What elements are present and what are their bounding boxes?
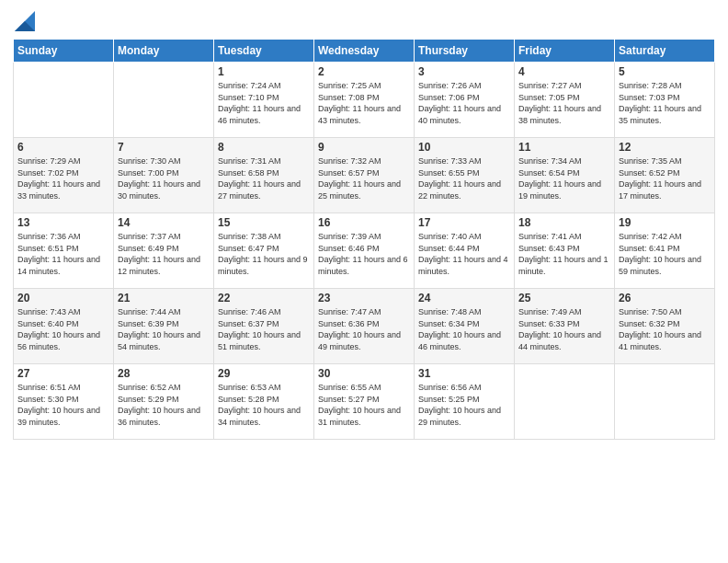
day-info: Sunrise: 7:25 AMSunset: 7:08 PMDaylight:…	[318, 80, 410, 126]
day-info: Sunrise: 6:53 AMSunset: 5:28 PMDaylight:…	[218, 382, 310, 428]
day-info: Sunrise: 6:55 AMSunset: 5:27 PMDaylight:…	[318, 382, 410, 428]
weekday-header-monday: Monday	[114, 40, 214, 63]
day-number: 11	[518, 141, 610, 154]
day-number: 7	[118, 141, 210, 154]
day-cell: 15Sunrise: 7:38 AMSunset: 6:47 PMDayligh…	[214, 213, 314, 289]
day-info: Sunrise: 7:35 AMSunset: 6:52 PMDaylight:…	[619, 155, 711, 201]
day-number: 19	[619, 216, 711, 229]
day-cell: 12Sunrise: 7:35 AMSunset: 6:52 PMDayligh…	[615, 138, 715, 213]
day-cell: 1Sunrise: 7:24 AMSunset: 7:10 PMDaylight…	[214, 63, 314, 138]
day-number: 14	[118, 216, 210, 229]
day-info: Sunrise: 7:33 AMSunset: 6:55 PMDaylight:…	[418, 155, 510, 201]
day-cell: 22Sunrise: 7:46 AMSunset: 6:37 PMDayligh…	[214, 289, 314, 364]
day-number: 9	[318, 141, 410, 154]
day-cell	[615, 364, 715, 440]
day-number: 4	[518, 65, 610, 78]
day-info: Sunrise: 7:41 AMSunset: 6:43 PMDaylight:…	[518, 231, 610, 277]
day-info: Sunrise: 7:42 AMSunset: 6:41 PMDaylight:…	[619, 231, 711, 277]
day-number: 10	[418, 141, 510, 154]
day-info: Sunrise: 7:36 AMSunset: 6:51 PMDaylight:…	[17, 231, 109, 277]
day-cell: 7Sunrise: 7:30 AMSunset: 7:00 PMDaylight…	[114, 138, 214, 213]
weekday-header-row: SundayMondayTuesdayWednesdayThursdayFrid…	[14, 40, 715, 63]
day-cell: 16Sunrise: 7:39 AMSunset: 6:46 PMDayligh…	[314, 213, 415, 289]
week-row-4: 20Sunrise: 7:43 AMSunset: 6:40 PMDayligh…	[14, 289, 715, 364]
day-number: 17	[418, 216, 510, 229]
day-info: Sunrise: 7:28 AMSunset: 7:03 PMDaylight:…	[619, 80, 711, 126]
day-cell: 19Sunrise: 7:42 AMSunset: 6:41 PMDayligh…	[615, 213, 715, 289]
day-cell: 9Sunrise: 7:32 AMSunset: 6:57 PMDaylight…	[314, 138, 415, 213]
day-info: Sunrise: 6:51 AMSunset: 5:30 PMDaylight:…	[17, 382, 109, 428]
day-cell: 18Sunrise: 7:41 AMSunset: 6:43 PMDayligh…	[515, 213, 615, 289]
day-number: 5	[619, 65, 711, 78]
weekday-header-sunday: Sunday	[14, 40, 114, 63]
day-cell: 31Sunrise: 6:56 AMSunset: 5:25 PMDayligh…	[415, 364, 515, 440]
day-info: Sunrise: 7:49 AMSunset: 6:33 PMDaylight:…	[518, 306, 610, 352]
day-number: 29	[218, 367, 310, 380]
day-cell: 8Sunrise: 7:31 AMSunset: 6:58 PMDaylight…	[214, 138, 314, 213]
day-cell: 14Sunrise: 7:37 AMSunset: 6:49 PMDayligh…	[114, 213, 214, 289]
day-cell: 28Sunrise: 6:52 AMSunset: 5:29 PMDayligh…	[114, 364, 214, 440]
day-info: Sunrise: 7:26 AMSunset: 7:06 PMDaylight:…	[418, 80, 510, 126]
header	[13, 9, 715, 31]
day-info: Sunrise: 7:46 AMSunset: 6:37 PMDaylight:…	[218, 306, 310, 352]
day-number: 31	[418, 367, 510, 380]
weekday-header-friday: Friday	[515, 40, 615, 63]
day-info: Sunrise: 6:56 AMSunset: 5:25 PMDaylight:…	[418, 382, 510, 428]
day-number: 16	[318, 216, 410, 229]
day-cell: 6Sunrise: 7:29 AMSunset: 7:02 PMDaylight…	[14, 138, 114, 213]
day-cell: 10Sunrise: 7:33 AMSunset: 6:55 PMDayligh…	[415, 138, 515, 213]
weekday-header-saturday: Saturday	[615, 40, 715, 63]
day-number: 8	[218, 141, 310, 154]
day-number: 28	[118, 367, 210, 380]
day-cell: 27Sunrise: 6:51 AMSunset: 5:30 PMDayligh…	[14, 364, 114, 440]
day-info: Sunrise: 7:24 AMSunset: 7:10 PMDaylight:…	[218, 80, 310, 126]
weekday-header-wednesday: Wednesday	[314, 40, 415, 63]
day-info: Sunrise: 7:30 AMSunset: 7:00 PMDaylight:…	[118, 155, 210, 201]
day-info: Sunrise: 7:27 AMSunset: 7:05 PMDaylight:…	[518, 80, 610, 126]
day-number: 18	[518, 216, 610, 229]
day-cell: 4Sunrise: 7:27 AMSunset: 7:05 PMDaylight…	[515, 63, 615, 138]
day-number: 12	[619, 141, 711, 154]
day-info: Sunrise: 7:48 AMSunset: 6:34 PMDaylight:…	[418, 306, 510, 352]
calendar-container: SundayMondayTuesdayWednesdayThursdayFrid…	[0, 0, 728, 447]
logo	[13, 13, 35, 31]
day-info: Sunrise: 7:40 AMSunset: 6:44 PMDaylight:…	[418, 231, 510, 277]
day-info: Sunrise: 7:47 AMSunset: 6:36 PMDaylight:…	[318, 306, 410, 352]
week-row-1: 1Sunrise: 7:24 AMSunset: 7:10 PMDaylight…	[14, 63, 715, 138]
day-cell: 29Sunrise: 6:53 AMSunset: 5:28 PMDayligh…	[214, 364, 314, 440]
day-info: Sunrise: 7:29 AMSunset: 7:02 PMDaylight:…	[17, 155, 109, 201]
day-info: Sunrise: 7:50 AMSunset: 6:32 PMDaylight:…	[619, 306, 711, 352]
day-cell: 13Sunrise: 7:36 AMSunset: 6:51 PMDayligh…	[14, 213, 114, 289]
day-number: 22	[218, 292, 310, 304]
day-number: 26	[619, 292, 711, 304]
day-info: Sunrise: 7:44 AMSunset: 6:39 PMDaylight:…	[118, 306, 210, 352]
day-cell: 23Sunrise: 7:47 AMSunset: 6:36 PMDayligh…	[314, 289, 415, 364]
week-row-3: 13Sunrise: 7:36 AMSunset: 6:51 PMDayligh…	[14, 213, 715, 289]
day-cell	[14, 63, 114, 138]
day-cell: 26Sunrise: 7:50 AMSunset: 6:32 PMDayligh…	[615, 289, 715, 364]
weekday-header-tuesday: Tuesday	[214, 40, 314, 63]
day-number: 20	[17, 292, 109, 304]
day-cell	[515, 364, 615, 440]
day-number: 30	[318, 367, 410, 380]
day-cell: 30Sunrise: 6:55 AMSunset: 5:27 PMDayligh…	[314, 364, 415, 440]
day-info: Sunrise: 7:43 AMSunset: 6:40 PMDaylight:…	[17, 306, 109, 352]
week-row-5: 27Sunrise: 6:51 AMSunset: 5:30 PMDayligh…	[14, 364, 715, 440]
day-number: 1	[218, 65, 310, 78]
day-number: 3	[418, 65, 510, 78]
day-cell: 2Sunrise: 7:25 AMSunset: 7:08 PMDaylight…	[314, 63, 415, 138]
weekday-header-thursday: Thursday	[415, 40, 515, 63]
day-cell: 20Sunrise: 7:43 AMSunset: 6:40 PMDayligh…	[14, 289, 114, 364]
day-number: 21	[118, 292, 210, 304]
day-info: Sunrise: 7:32 AMSunset: 6:57 PMDaylight:…	[318, 155, 410, 201]
day-info: Sunrise: 7:31 AMSunset: 6:58 PMDaylight:…	[218, 155, 310, 201]
day-number: 27	[17, 367, 109, 380]
day-cell: 3Sunrise: 7:26 AMSunset: 7:06 PMDaylight…	[415, 63, 515, 138]
day-number: 24	[418, 292, 510, 304]
day-cell: 5Sunrise: 7:28 AMSunset: 7:03 PMDaylight…	[615, 63, 715, 138]
day-info: Sunrise: 6:52 AMSunset: 5:29 PMDaylight:…	[118, 382, 210, 428]
calendar-table: SundayMondayTuesdayWednesdayThursdayFrid…	[13, 39, 715, 440]
day-cell: 24Sunrise: 7:48 AMSunset: 6:34 PMDayligh…	[415, 289, 515, 364]
day-cell: 25Sunrise: 7:49 AMSunset: 6:33 PMDayligh…	[515, 289, 615, 364]
day-number: 15	[218, 216, 310, 229]
